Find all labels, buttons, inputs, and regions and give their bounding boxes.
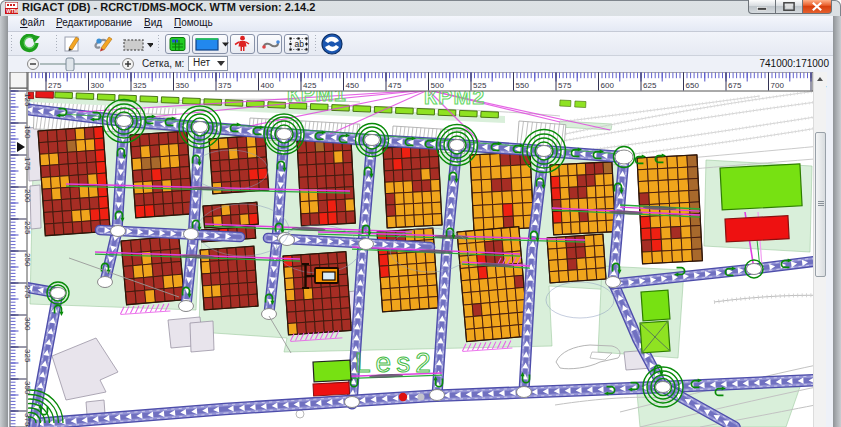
svg-text:650: 650 (686, 81, 700, 90)
svg-text:275: 275 (48, 81, 62, 90)
svg-text:350: 350 (176, 81, 190, 90)
svg-text:375: 375 (23, 413, 32, 427)
svg-text:675: 675 (728, 81, 742, 90)
svg-text:175: 175 (23, 157, 32, 171)
svg-text:600: 600 (601, 81, 615, 90)
svg-text:Les2: Les2 (355, 347, 436, 378)
svg-text:500: 500 (431, 81, 445, 90)
svg-text:475: 475 (388, 81, 402, 90)
svg-text:700: 700 (771, 81, 785, 90)
svg-text:400: 400 (261, 81, 275, 90)
svg-text:425: 425 (303, 81, 317, 90)
svg-text:325: 325 (133, 81, 147, 90)
svg-text:350: 350 (23, 381, 32, 395)
svg-text:150: 150 (23, 125, 32, 139)
svg-text:275: 275 (23, 285, 32, 299)
svg-text:300: 300 (23, 317, 32, 331)
svg-text:WTM: WTM (6, 8, 18, 14)
svg-text:550: 550 (516, 81, 530, 90)
svg-text:300: 300 (91, 81, 105, 90)
svg-text:375: 375 (218, 81, 232, 90)
svg-text:450: 450 (346, 81, 360, 90)
svg-text:325: 325 (23, 349, 32, 363)
svg-text:575: 575 (558, 81, 572, 90)
svg-text:200: 200 (23, 189, 32, 203)
svg-text:225: 225 (23, 221, 32, 235)
svg-text:125: 125 (23, 93, 32, 107)
svg-text:250: 250 (23, 253, 32, 267)
svg-text:ab: ab (295, 39, 305, 49)
svg-text:525: 525 (473, 81, 487, 90)
svg-text:625: 625 (643, 81, 657, 90)
